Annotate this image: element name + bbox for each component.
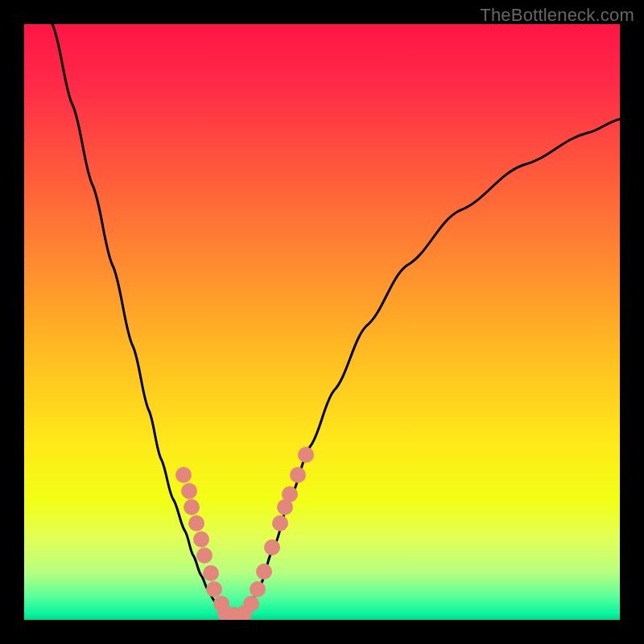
highlight-dot	[282, 486, 298, 502]
highlight-dot	[290, 467, 306, 483]
highlight-dot	[193, 531, 209, 547]
highlight-dot	[203, 565, 219, 581]
highlight-dot	[264, 539, 280, 555]
highlight-dot	[256, 564, 272, 580]
highlight-dot	[272, 515, 288, 531]
highlight-dot	[250, 581, 266, 597]
highlight-dot	[188, 515, 204, 531]
highlight-dot	[181, 483, 197, 499]
highlight-dot	[184, 499, 200, 515]
highlight-dot	[206, 581, 222, 597]
highlight-dot	[243, 596, 259, 612]
curve-path	[52, 24, 620, 617]
highlight-dot	[298, 447, 314, 463]
plot-area	[24, 24, 620, 620]
chart-frame: TheBottleneck.com	[0, 0, 644, 644]
highlight-dot	[175, 467, 192, 483]
highlight-dot	[196, 547, 213, 564]
chart-svg	[24, 24, 620, 620]
watermark-text: TheBottleneck.com	[480, 5, 634, 26]
